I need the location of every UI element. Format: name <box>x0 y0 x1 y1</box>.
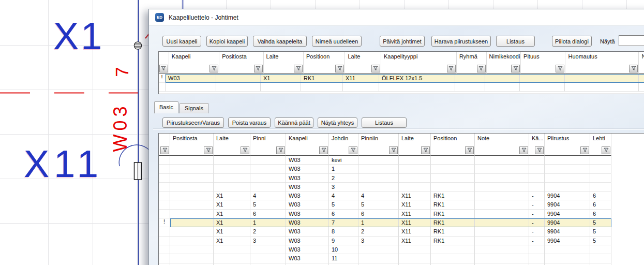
cell-johdin: 1 <box>329 165 358 173</box>
filter-button-pinni[interactable] <box>276 146 285 154</box>
filter-button-lehti[interactable] <box>602 146 610 154</box>
button-vaihda-kaapeleita[interactable]: Vaihda kaapeleita <box>253 36 307 47</box>
filter-button-ka[interactable] <box>535 146 544 154</box>
filter-button-laite[interactable] <box>421 146 430 154</box>
cell-laite <box>399 245 431 254</box>
column-header-laite[interactable]: Laite <box>214 134 250 144</box>
filter-button-laite[interactable] <box>294 65 303 72</box>
cell-kaapeli: W03 <box>286 237 329 245</box>
column-header-laite[interactable]: Laite <box>264 52 304 63</box>
button-nayta-yhteys[interactable]: Näytä yhteys <box>318 117 357 128</box>
cell-pinni: 2 <box>250 227 286 236</box>
table-row[interactable]: W032 <box>159 174 644 183</box>
column-header-huomautus[interactable]: Huomautus <box>565 52 639 63</box>
button-listaus[interactable]: Listaus <box>496 36 535 47</box>
cell-positioon: RK1 <box>431 218 475 227</box>
button-piilota-dialogi[interactable]: Piilota dialogi <box>552 36 592 47</box>
button-listaus[interactable]: Listaus <box>362 117 407 128</box>
filter-button-pinniin[interactable] <box>389 146 398 154</box>
filter-cell <box>529 144 545 156</box>
column-header-indicator[interactable] <box>159 134 170 144</box>
column-header-kaapelityyppi[interactable]: Kaapelityyppi <box>381 52 457 63</box>
column-header-positioon[interactable]: Positioon <box>431 134 475 144</box>
table-row[interactable] <box>159 83 644 92</box>
column-header-johdin[interactable]: Johdin <box>329 134 358 144</box>
filter-button-kaapelityyppi[interactable] <box>447 65 456 72</box>
cell-laite: X1 <box>214 227 250 236</box>
table-row[interactable]: W03kevi <box>159 156 644 165</box>
button-kaanna-paat[interactable]: Käännä päät <box>275 117 313 128</box>
cell-ka <box>529 245 545 254</box>
table-row[interactable]: W0310 <box>159 245 644 254</box>
column-header-kaapeli[interactable]: Kaapeli <box>286 134 329 144</box>
column-header-laite[interactable]: Laite <box>399 134 431 144</box>
filter-button-note[interactable] <box>519 146 528 154</box>
filter-button-huomautus[interactable] <box>629 65 638 72</box>
column-header-positiosta[interactable]: Positiosta <box>170 134 214 144</box>
column-header-nimikekoodi[interactable]: Nimikekoodi <box>487 52 521 63</box>
button-piirustukseen-varaus[interactable]: Piirustukseen/Varaus <box>162 117 224 128</box>
filter-button-kaapeli[interactable] <box>319 146 328 154</box>
tab-basic[interactable]: Basic <box>154 101 178 113</box>
nayta-input[interactable] <box>619 35 644 46</box>
tab-signals[interactable]: Signals <box>179 103 208 113</box>
column-header-laite[interactable]: Laite <box>345 52 381 63</box>
filter-button-indicator[interactable] <box>160 146 169 154</box>
filter-button-positioon[interactable] <box>465 146 474 154</box>
table-row[interactable]: W033 <box>159 183 644 192</box>
filter-cell <box>304 63 345 74</box>
cell-johdin: 7 <box>329 218 358 227</box>
table-row[interactable]: X15W0355X11RK1-99046 <box>159 200 644 209</box>
column-header-indicator[interactable] <box>159 52 169 63</box>
column-header-ryhma[interactable]: Ryhmä <box>457 52 487 63</box>
table-row[interactable]: W0311 <box>159 254 644 263</box>
cell-lehti: 6 <box>590 210 611 218</box>
column-header-positiosta[interactable]: Positiosta <box>219 52 263 63</box>
table-row[interactable]: X12W0382X11RK1-99045 <box>159 227 644 236</box>
button-harava-piirustukseen[interactable]: Harava piirustukseen <box>431 36 491 47</box>
dialog-titlebar[interactable]: ED Kaapeliluettelo - Johtimet <box>149 9 644 26</box>
filter-button-positiosta[interactable] <box>204 146 213 154</box>
button-poista-varaus[interactable]: Poista varaus <box>228 117 271 128</box>
filter-button-piirustus[interactable] <box>580 146 589 154</box>
filter-button-laite[interactable] <box>241 146 249 154</box>
button-kopioi-kaapeli[interactable]: Kopioi kaapeli <box>206 36 248 47</box>
funnel-icon <box>558 65 563 72</box>
table-row[interactable]: W031 <box>159 165 644 173</box>
button-uusi-kaapeli[interactable]: Uusi kaapeli <box>162 36 201 47</box>
column-header-n[interactable]: N <box>639 52 644 63</box>
cell-laite: X1 <box>214 237 250 245</box>
button-nimea-uudelleen[interactable]: Nimeä uudelleen <box>312 36 362 47</box>
filter-button-nimikekoodi[interactable] <box>511 65 520 72</box>
filter-button-positioon[interactable] <box>335 65 344 72</box>
cell-pinniin: 2 <box>358 227 399 236</box>
filter-button-indicator[interactable] <box>159 65 168 72</box>
cell-note <box>475 174 529 183</box>
table-row[interactable]: !X11W0371X11RK1-99045 <box>159 218 644 227</box>
filter-button-ryhma[interactable] <box>477 65 486 72</box>
filter-button-laite[interactable] <box>371 65 380 72</box>
table-row[interactable]: X14W0344X11RK1-99046 <box>159 192 644 200</box>
column-header-positioon[interactable]: Positioon <box>304 52 345 63</box>
terminal-symbol[interactable] <box>134 163 142 180</box>
filter-button-johdin[interactable] <box>349 146 357 154</box>
column-header-kaapeli[interactable]: Kaapeli <box>169 52 219 63</box>
filter-button-pituus[interactable] <box>556 65 564 72</box>
column-header-pituus[interactable]: Pituus <box>521 52 565 63</box>
column-header-pinni[interactable]: Pinni <box>250 134 286 144</box>
button-paivita-johtimet[interactable]: Päivitä johtimet <box>380 36 425 47</box>
table-row[interactable] <box>159 263 644 265</box>
table-row[interactable]: X16W0366X11RK1-99046 <box>159 210 644 218</box>
table-row[interactable]: !W03X1RK1X11ÖLFLEX 12x1.5 <box>159 74 644 83</box>
column-header-pinniin[interactable]: Pinniin <box>358 134 399 144</box>
table-row[interactable]: X13W0393X11RK1-99045 <box>159 237 644 245</box>
column-header-lehti[interactable]: Lehti <box>590 134 611 144</box>
column-header-piirustus[interactable]: Piirustus <box>545 134 590 144</box>
filter-button-positiosta[interactable] <box>254 65 263 72</box>
column-header-note[interactable]: Note <box>475 134 529 144</box>
dialog-title: Kaapeliluettelo - Johtimet <box>169 14 238 21</box>
connection-point-symbol[interactable] <box>134 42 141 49</box>
filter-button-kaapeli[interactable] <box>209 65 218 72</box>
column-header-ka[interactable]: Kä... <box>529 134 545 144</box>
cell-pinniin <box>358 254 399 263</box>
